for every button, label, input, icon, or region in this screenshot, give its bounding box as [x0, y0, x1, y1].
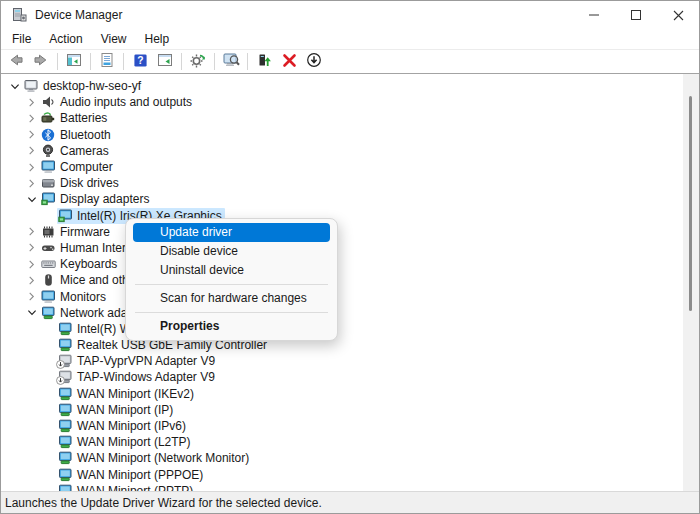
tree-item[interactable]: Computer — [1, 159, 699, 175]
tree-item-label: Monitors — [60, 290, 106, 304]
tree-item[interactable]: Intel(R) Iris(R) Xe Graphics — [1, 208, 699, 224]
help-button[interactable]: ? — [131, 53, 149, 71]
tree-item[interactable]: WAN Miniport (Network Monitor) — [1, 450, 699, 466]
context-menu-separator — [135, 312, 328, 313]
tree-item[interactable]: Human Interface Devices — [1, 240, 699, 256]
chevron-right-icon[interactable] — [23, 256, 40, 272]
forward-button[interactable] — [32, 53, 50, 71]
mouse-icon — [41, 273, 56, 287]
firmware-chip-icon — [41, 225, 56, 239]
search-computer-button[interactable] — [222, 53, 240, 71]
uninstall-device-button[interactable] — [280, 53, 298, 71]
tree-item[interactable]: WAN Miniport (IP) — [1, 402, 699, 418]
battery-icon — [41, 111, 56, 125]
chevron-down-icon[interactable] — [23, 305, 40, 321]
monitor-blue-icon — [41, 160, 56, 174]
disable-device-button[interactable] — [305, 53, 323, 71]
network-adapter-icon — [58, 451, 73, 465]
chevron-right-icon[interactable] — [23, 272, 40, 288]
vertical-scrollbar[interactable] — [683, 74, 699, 491]
maximize-button[interactable] — [615, 1, 657, 29]
toolbar: ? — [1, 49, 699, 74]
tree-item-label: Bluetooth — [60, 128, 111, 142]
tree-item-label: Cameras — [60, 144, 109, 158]
tree-item[interactable]: Firmware — [1, 224, 699, 240]
tree-item[interactable]: WAN Miniport (IPv6) — [1, 418, 699, 434]
chevron-spacer — [40, 434, 57, 450]
tree-item[interactable]: Intel(R) Wi — [1, 321, 699, 337]
minimize-button[interactable] — [573, 1, 615, 29]
tree-item[interactable]: desktop-hw-seo-yf — [1, 78, 699, 94]
computer-gray-icon — [24, 79, 39, 93]
chevron-right-icon[interactable] — [23, 289, 40, 305]
chevron-right-icon[interactable] — [23, 240, 40, 256]
tree-item[interactable]: WAN Miniport (L2TP) — [1, 434, 699, 450]
monitor-magnifier-icon — [223, 52, 240, 71]
chevron-down-icon[interactable] — [6, 78, 23, 94]
scrollbar-thumb[interactable] — [689, 96, 692, 311]
tree-item[interactable]: Monitors — [1, 288, 699, 304]
tree-item[interactable]: Cameras — [1, 143, 699, 159]
chevron-right-icon[interactable] — [23, 175, 40, 191]
tree-item[interactable]: Batteries — [1, 110, 699, 126]
chevron-spacer — [40, 208, 57, 224]
tree-item-label: Disk drives — [60, 176, 119, 190]
network-adapter-icon — [58, 403, 73, 417]
context-menu-item-update-driver[interactable]: Update driver — [133, 223, 330, 242]
menu-action[interactable]: Action — [40, 30, 91, 48]
properties-button[interactable] — [98, 53, 116, 71]
console-tree-button[interactable] — [65, 53, 83, 71]
tree-item[interactable]: WAN Miniport (PPTP) — [1, 483, 699, 491]
tree-item[interactable]: Bluetooth — [1, 127, 699, 143]
tree-item[interactable]: Network adapters — [1, 305, 699, 321]
tree-item[interactable]: Keyboards — [1, 256, 699, 272]
status-text: Launches the Update Driver Wizard for th… — [5, 496, 322, 510]
tree-item[interactable]: Realtek USB GbE Family Controller — [1, 337, 699, 353]
tree-item-label: WAN Miniport (PPPOE) — [77, 468, 203, 482]
red-x-icon — [282, 53, 297, 71]
network-adapter-icon — [58, 338, 73, 352]
toolbar-separator — [90, 53, 91, 70]
tree-item-label: Keyboards — [60, 257, 117, 271]
chevron-right-icon[interactable] — [23, 224, 40, 240]
chevron-right-icon[interactable] — [23, 127, 40, 143]
maximize-icon — [631, 10, 641, 20]
chevron-spacer — [40, 353, 57, 369]
action-pane-button[interactable] — [156, 53, 174, 71]
chevron-spacer — [40, 386, 57, 402]
chevron-down-icon[interactable] — [23, 191, 40, 207]
tree-item[interactable]: Display adapters — [1, 191, 699, 207]
context-menu-item-scan-for-hardware-changes[interactable]: Scan for hardware changes — [126, 289, 337, 308]
context-menu-item-disable-device[interactable]: Disable device — [126, 242, 337, 261]
chevron-spacer — [40, 467, 57, 483]
tree-item-label: WAN Miniport (PPTP) — [77, 484, 193, 491]
network-adapter-icon — [58, 468, 73, 482]
tree-item[interactable]: WAN Miniport (IKEv2) — [1, 386, 699, 402]
update-driver-button[interactable] — [255, 53, 273, 71]
tree-item[interactable]: WAN Miniport (PPPOE) — [1, 467, 699, 483]
context-menu-item-uninstall-device[interactable]: Uninstall device — [126, 261, 337, 280]
toolbar-separator — [57, 53, 58, 70]
device-up-arrow-icon — [256, 52, 272, 71]
tree-item[interactable]: TAP-VyprVPN Adapter V9 — [1, 353, 699, 369]
network-adapter-icon — [41, 306, 56, 320]
close-button[interactable] — [657, 1, 699, 29]
device-tree: desktop-hw-seo-yfAudio inputs and output… — [1, 74, 699, 491]
menu-help[interactable]: Help — [136, 30, 179, 48]
tree-item[interactable]: Audio inputs and outputs — [1, 94, 699, 110]
menu-view[interactable]: View — [92, 30, 136, 48]
back-button[interactable] — [7, 53, 25, 71]
tree-item[interactable]: Disk drives — [1, 175, 699, 191]
chevron-right-icon[interactable] — [23, 143, 40, 159]
tree-item[interactable]: Mice and other pointing devices — [1, 272, 699, 288]
tree-item[interactable]: TAP-Windows Adapter V9 — [1, 369, 699, 385]
context-menu-item-properties[interactable]: Properties — [126, 317, 337, 336]
chevron-spacer — [40, 450, 57, 466]
menu-file[interactable]: File — [3, 30, 40, 48]
chevron-right-icon[interactable] — [23, 94, 40, 110]
chevron-right-icon[interactable] — [23, 110, 40, 126]
network-adapter-gray-icon — [58, 354, 73, 368]
chevron-right-icon[interactable] — [23, 159, 40, 175]
scan-hardware-changes-button[interactable] — [189, 53, 207, 71]
statusbar: Launches the Update Driver Wizard for th… — [1, 491, 699, 513]
